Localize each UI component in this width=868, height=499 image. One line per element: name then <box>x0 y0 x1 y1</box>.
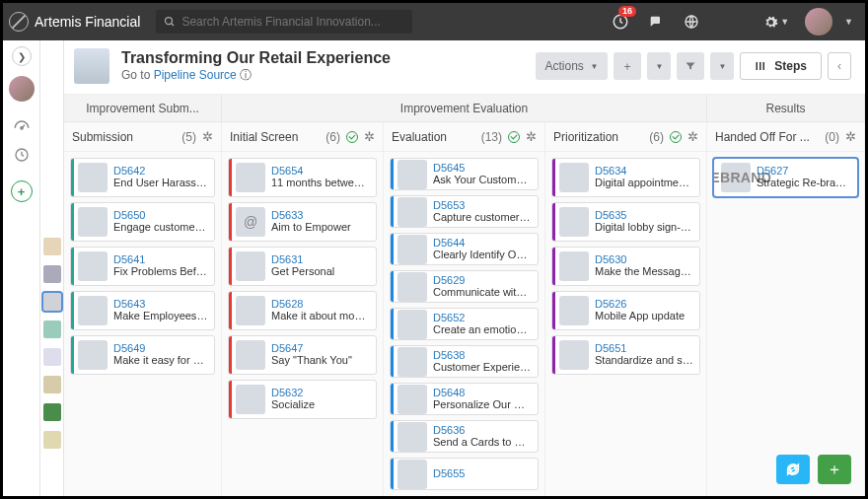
chat-icon[interactable] <box>643 9 669 35</box>
pipeline-source-link[interactable]: Pipeline Source <box>154 68 237 82</box>
expand-rail-button[interactable]: ❯ <box>12 46 32 66</box>
globe-icon[interactable] <box>679 9 704 35</box>
search-input[interactable] <box>181 15 404 29</box>
add-button[interactable]: + <box>11 180 33 202</box>
card[interactable]: D5630Make the Message Visu... <box>551 247 700 286</box>
board-thumb[interactable] <box>43 321 61 338</box>
card-thumbnail <box>559 296 589 325</box>
column-count: (6) <box>326 130 340 144</box>
filter-caret[interactable]: ▼ <box>710 52 734 80</box>
card[interactable]: D5650Engage customers thro... <box>70 202 215 242</box>
card[interactable]: @D5633Aim to Empower <box>228 202 377 242</box>
card-title: Send a Cards to Power... <box>433 436 532 449</box>
gear-icon[interactable]: ✲ <box>526 129 537 144</box>
card[interactable]: D5643Make Employees Famo... <box>70 291 215 330</box>
card-id[interactable]: D5649 <box>113 342 208 354</box>
notifications-icon[interactable]: 16 <box>608 9 633 35</box>
card-id[interactable]: D5634 <box>595 165 693 177</box>
steps-button[interactable]: Steps <box>740 52 822 80</box>
card[interactable]: D5651Standardize and simpli... <box>551 335 700 375</box>
card-id[interactable]: D5632 <box>271 387 370 398</box>
card-id[interactable]: D5645 <box>433 162 532 174</box>
card[interactable]: D5644Clearly Identify Our Cu... <box>390 233 539 265</box>
user-avatar[interactable] <box>805 8 832 36</box>
gear-icon[interactable]: ✲ <box>687 129 698 144</box>
card-thumbnail <box>78 296 108 325</box>
card-id[interactable]: D5638 <box>433 349 532 361</box>
card[interactable]: D5655 <box>390 458 539 490</box>
card-id[interactable]: D5631 <box>271 253 370 265</box>
info-icon[interactable]: ⓘ <box>240 68 252 82</box>
card-id[interactable]: D5647 <box>271 342 370 354</box>
card-id[interactable]: D5633 <box>271 209 370 221</box>
card-id[interactable]: D5630 <box>595 253 693 265</box>
card-id[interactable]: D5652 <box>433 312 532 323</box>
card-id[interactable]: D5644 <box>433 237 532 249</box>
create-fab[interactable]: ＋ <box>818 455 851 484</box>
card-id[interactable]: D5629 <box>433 274 532 286</box>
card[interactable]: REBRANDD5627Strategic Re-branding <box>713 158 858 197</box>
board-thumb[interactable] <box>43 403 61 421</box>
card-id[interactable]: D5642 <box>113 165 208 177</box>
card-thumbnail: @ <box>236 207 265 237</box>
card[interactable]: D5634Digital appointment-se... <box>551 158 700 197</box>
card[interactable]: D5636Send a Cards to Power... <box>390 420 539 453</box>
card[interactable]: D5638Customer Experience A... <box>390 345 539 378</box>
gear-icon[interactable]: ✲ <box>364 129 375 144</box>
card-id[interactable]: D5641 <box>113 253 208 265</box>
card[interactable]: D5628Make it about moments <box>228 291 377 330</box>
card[interactable]: D5635Digital lobby sign-in sy... <box>551 202 700 242</box>
card[interactable]: D5645Ask Your Customers Q... <box>390 158 539 190</box>
card[interactable]: D5649Make it easy for custo... <box>70 335 215 375</box>
board-thumb[interactable] <box>43 376 61 393</box>
card-id[interactable]: D5635 <box>595 209 693 221</box>
card[interactable]: D5642End User Harassment <box>70 158 215 197</box>
card[interactable]: D5629Communicate with vid... <box>390 270 539 303</box>
card-id[interactable]: D5653 <box>433 199 532 211</box>
card-accent <box>71 292 74 329</box>
filter-button[interactable] <box>677 52 704 80</box>
card-id[interactable]: D5650 <box>113 209 208 221</box>
brand-logo[interactable]: Artemis Financial <box>9 12 140 32</box>
card[interactable]: D5653Capture customer feed... <box>390 195 539 228</box>
prev-button[interactable]: ‹ <box>828 52 851 80</box>
card[interactable]: D5648Personalize Our Packa... <box>390 383 539 415</box>
board-thumb[interactable] <box>43 265 61 283</box>
card[interactable]: D5631Get Personal <box>228 247 377 286</box>
board-thumb-selected[interactable] <box>43 293 61 311</box>
card-id[interactable]: D5628 <box>271 298 370 310</box>
card-accent <box>391 159 394 189</box>
history-icon[interactable] <box>10 143 34 167</box>
add-split-caret[interactable]: ▼ <box>647 52 671 80</box>
current-user-avatar[interactable] <box>9 76 35 102</box>
card[interactable]: D5652Create an emotional co... <box>390 308 539 340</box>
refresh-fab[interactable] <box>776 455 810 484</box>
card[interactable]: D565411 months between th... <box>228 158 377 197</box>
column-count: (0) <box>825 130 839 144</box>
gear-icon[interactable]: ✲ <box>202 129 213 144</box>
card-id[interactable]: D5655 <box>433 467 532 479</box>
card-id[interactable]: D5626 <box>595 298 693 310</box>
gear-icon[interactable]: ✲ <box>845 129 856 144</box>
search-box[interactable] <box>156 10 412 34</box>
card[interactable]: D5626Mobile App update <box>551 291 700 330</box>
card-accent <box>71 203 74 241</box>
dashboard-icon[interactable] <box>10 115 34 139</box>
board-thumb[interactable] <box>43 238 61 255</box>
card-id[interactable]: D5654 <box>271 165 370 177</box>
card-id[interactable]: D5651 <box>595 342 693 354</box>
board-thumb[interactable] <box>43 431 61 449</box>
actions-button[interactable]: Actions ▼ <box>536 52 609 80</box>
board-thumb[interactable] <box>43 348 61 366</box>
card-id[interactable]: D5648 <box>433 387 532 398</box>
add-split-button[interactable]: ＋ <box>614 52 641 80</box>
svg-rect-9 <box>763 62 765 70</box>
settings-icon[interactable]: ▼ <box>763 9 789 35</box>
card[interactable]: D5632Socialize <box>228 380 377 419</box>
card[interactable]: D5641Fix Problems Before Th... <box>70 247 215 286</box>
card-id[interactable]: D5627 <box>757 165 851 177</box>
card-id[interactable]: D5636 <box>433 424 532 436</box>
card-accent <box>229 381 232 418</box>
card[interactable]: D5647Say "Thank You" <box>228 335 377 375</box>
card-id[interactable]: D5643 <box>113 298 208 310</box>
